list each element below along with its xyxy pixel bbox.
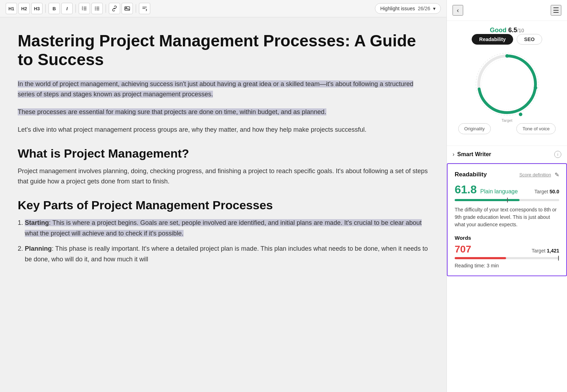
paragraph-3: Let's dive into what project management … (18, 125, 429, 135)
gauge-svg (472, 49, 543, 120)
svg-point-17 (482, 59, 533, 110)
readability-description: The difficulty of your text corresponds … (455, 206, 559, 228)
readability-progress-fill (455, 199, 520, 201)
words-target-marker (558, 256, 559, 261)
highlighted-text-1: In the world of project management, achi… (18, 80, 413, 98)
list-item-planning-text: : This phase is really important. It's w… (25, 245, 428, 263)
score-display: Good 6.5/10 (453, 27, 561, 34)
toolbar-separator-1 (45, 4, 46, 13)
list-item-planning-bold: Planning (25, 245, 52, 252)
smart-writer-info-icon[interactable]: i (554, 151, 561, 158)
tab-row: Readability SEO (453, 34, 561, 45)
sidebar-back-button[interactable]: ‹ (453, 5, 463, 16)
readability-level: Plain language (480, 188, 518, 195)
toolbar-separator-3 (106, 4, 106, 13)
ordered-list-button[interactable]: 1 2 3 (79, 3, 90, 14)
list-item-starting-bold: Starting (25, 219, 49, 226)
words-progress-bar (455, 257, 559, 259)
unordered-list-button[interactable] (91, 3, 103, 14)
readability-score-value: 61.8 (455, 183, 477, 196)
tone-of-voice-button[interactable]: Tone of voice (516, 123, 556, 134)
originality-button[interactable]: Originality (458, 123, 491, 134)
sidebar: ‹ ☰ Good 6.5/10 Readability SEO (447, 0, 567, 392)
readability-header: Readability Score definition ✎ (455, 171, 559, 178)
sidebar-header: ‹ ☰ (447, 0, 567, 21)
issue-count: 26/26 (418, 6, 430, 11)
svg-point-8 (95, 10, 96, 10)
editor-content[interactable]: Mastering Project Management Processes: … (0, 17, 447, 392)
key-parts-list: Starting: This is where a project begins… (18, 218, 429, 265)
readability-target: Target 50.0 (534, 189, 559, 194)
score-section: Good 6.5/10 Readability SEO (447, 21, 567, 146)
words-title: Words (455, 235, 559, 241)
readability-target-value: 50.0 (550, 189, 559, 194)
score-definition-link[interactable]: Score definition (519, 172, 551, 177)
paragraph-pm: Project management involves planning, do… (18, 166, 429, 187)
link-button[interactable] (109, 3, 120, 14)
h1-button[interactable]: H1 (6, 3, 17, 14)
list-item-starting: Starting: This is where a project begins… (25, 218, 429, 239)
format-button[interactable] (139, 3, 150, 14)
list-item-starting-text: : This is where a project begins. Goals … (25, 219, 422, 237)
paragraph-1: In the world of project management, achi… (18, 79, 429, 100)
svg-point-22 (519, 113, 522, 116)
tab-seo[interactable]: SEO (517, 34, 542, 45)
svg-point-20 (505, 54, 509, 58)
smart-writer-row[interactable]: › Smart Writer i (447, 146, 567, 163)
paragraph-2: These processes are essential for making… (18, 107, 429, 118)
reading-time: Reading time: 3 min (455, 263, 559, 268)
sidebar-menu-button[interactable]: ☰ (551, 5, 561, 16)
words-target: Target 1,421 (532, 248, 559, 254)
svg-point-6 (95, 7, 96, 7)
readability-score-row: 61.8 Plain language Target 50.0 (455, 183, 559, 196)
svg-point-21 (534, 86, 537, 90)
h2-button[interactable]: H2 (18, 3, 30, 14)
words-section: Words 707 Target 1,421 Reading time: 3 m… (455, 235, 559, 268)
readability-progress-bar (455, 199, 559, 201)
heading-what-is-pm: What is Project Management? (18, 147, 429, 160)
readability-panel: Readability Score definition ✎ 61.8 Plai… (447, 163, 567, 276)
image-button[interactable] (122, 3, 133, 14)
edit-icon[interactable]: ✎ (555, 171, 559, 178)
svg-text:3: 3 (82, 8, 83, 11)
score-value: 6.5 (508, 27, 517, 34)
chevron-down-icon: ▾ (433, 6, 436, 11)
heading-key-parts: Key Parts of Project Management Processe… (18, 198, 429, 212)
toolbar-separator-4 (136, 4, 136, 13)
words-progress-fill (455, 257, 506, 259)
h3-button[interactable]: H3 (31, 3, 43, 14)
words-row: 707 Target 1,421 (455, 244, 559, 255)
editor-panel: H1 H2 H3 B I 1 2 3 (0, 0, 447, 392)
highlight-label: Highlight issues (380, 6, 415, 11)
article-title: Mastering Project Management Processes: … (18, 32, 429, 69)
words-target-value: 1,421 (547, 248, 559, 254)
smart-writer-label: Smart Writer (457, 151, 554, 158)
highlighted-text-2: These processes are essential for making… (18, 108, 326, 115)
svg-point-7 (95, 8, 96, 9)
bold-button[interactable]: B (49, 3, 60, 14)
tab-readability[interactable]: Readability (472, 34, 513, 45)
readability-target-marker (507, 198, 508, 203)
gauge-container: Target (472, 49, 543, 120)
readability-section-title: Readability (455, 171, 519, 178)
toolbar: H1 H2 H3 B I 1 2 3 (0, 0, 447, 17)
smart-writer-arrow-icon: › (453, 151, 454, 158)
score-label: Good (490, 27, 508, 34)
toolbar-separator-2 (75, 4, 76, 13)
words-count-value: 707 (455, 244, 471, 255)
list-item-planning: Planning: This phase is really important… (25, 244, 429, 265)
gauge-target-label: Target (501, 118, 512, 123)
svg-point-16 (476, 53, 538, 115)
score-denom: /10 (517, 28, 524, 33)
italic-button[interactable]: I (61, 3, 73, 14)
highlight-issues-button[interactable]: Highlight issues 26/26 ▾ (375, 3, 441, 14)
metric-buttons: Originality Tone of voice (453, 123, 561, 140)
